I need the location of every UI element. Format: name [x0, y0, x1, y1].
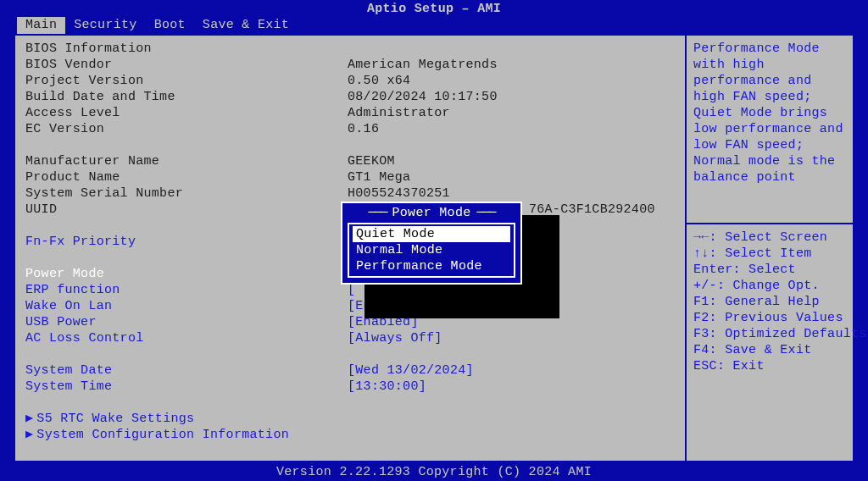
row-label: Project Version	[25, 73, 348, 89]
row-s5-rtc-wake-settings[interactable]: ▶S5 RTC Wake Settings	[25, 411, 675, 427]
power-mode-popup: Power Mode Quiet ModeNormal ModePerforma…	[341, 202, 522, 285]
row-label: System Date	[25, 362, 348, 379]
popup-title: Power Mode	[348, 205, 515, 221]
row-value: 0.16	[348, 121, 379, 137]
row-label: ERP function	[25, 282, 348, 298]
popup-options: Quiet ModeNormal ModePerformance Mode	[348, 223, 515, 278]
tab-security[interactable]: Security	[65, 17, 145, 34]
row-label: Access Level	[25, 105, 348, 121]
row-label: Manufacturer Name	[25, 153, 348, 169]
row-label: Wake On Lan	[25, 298, 348, 314]
row-label: System Configuration Information	[36, 427, 359, 443]
row-label: Product Name	[25, 169, 348, 185]
row-label: System Serial Number	[25, 185, 348, 202]
row-label: S5 RTC Wake Settings	[36, 411, 359, 427]
help-key-line: Enter: Select	[693, 262, 846, 278]
row-value: American Megatrends	[348, 57, 498, 73]
row-system-time[interactable]: System Time[13:30:00]	[25, 379, 675, 395]
tab-save-exit[interactable]: Save & Exit	[194, 17, 298, 34]
row-ec-version: EC Version0.16	[25, 121, 675, 137]
row-system-date[interactable]: System Date[Wed 13/02/2024]	[25, 362, 675, 379]
tab-boot[interactable]: Boot	[146, 17, 194, 34]
row-label: USB Power	[25, 314, 348, 330]
row-label: BIOS Vendor	[25, 57, 348, 73]
row-access-level: Access LevelAdministrator	[25, 105, 675, 121]
row-system-configuration-information[interactable]: ▶System Configuration Information	[25, 427, 675, 443]
help-key-line: F3: Optimized Defaults	[693, 326, 846, 342]
row-value: [Always Off]	[348, 330, 442, 346]
footer-version: Version 2.22.1293 Copyright (C) 2024 AMI	[0, 464, 868, 481]
row-value: H005524370251	[348, 185, 450, 202]
row-label: Build Date and Time	[25, 89, 348, 105]
popup-option-normal-mode[interactable]: Normal Mode	[353, 242, 510, 258]
row-label: UUID	[25, 202, 348, 218]
row-value: GT1 Mega	[348, 169, 410, 185]
row-value: [Wed 13/02/2024]	[348, 362, 474, 379]
help-key-line: →←: Select Screen	[693, 229, 846, 246]
help-divider	[687, 223, 853, 224]
row-label: BIOS Information	[25, 41, 348, 57]
row-label: EC Version	[25, 121, 348, 137]
popup-option-quiet-mode[interactable]: Quiet Mode	[353, 226, 510, 242]
row-usb-power[interactable]: USB Power[Enabled]	[25, 314, 675, 330]
row-build-date-and-time: Build Date and Time08/20/2024 10:17:50	[25, 89, 675, 105]
submenu-caret-icon: ▶	[25, 411, 33, 427]
row-system-serial-number: System Serial NumberH005524370251	[25, 185, 675, 202]
tab-strip: MainSecurityBootSave & Exit	[0, 17, 868, 34]
submenu-caret-icon: ▶	[25, 427, 33, 443]
help-key-line: ESC: Exit	[693, 358, 846, 374]
row-bios-information: BIOS Information	[25, 41, 675, 57]
row-label: Power Mode	[25, 266, 348, 282]
row-wake-on-lan[interactable]: Wake On Lan[Enabled]	[25, 298, 675, 314]
help-key-line: F1: General Help	[693, 294, 846, 310]
setup-title: Aptio Setup – AMI	[0, 0, 868, 17]
row-label: Fn-Fx Priority	[25, 234, 348, 250]
row-value: Administrator	[348, 105, 450, 121]
bios-screen: Aptio Setup – AMI MainSecurityBootSave &…	[0, 0, 868, 481]
row-value: 08/20/2024 10:17:50	[348, 89, 498, 105]
row-bios-vendor: BIOS VendorAmerican Megatrends	[25, 57, 675, 73]
row-ac-loss-control[interactable]: AC Loss Control[Always Off]	[25, 330, 675, 346]
row-manufacturer-name: Manufacturer NameGEEKOM	[25, 153, 675, 169]
help-panel: Performance Mode with high performance a…	[687, 36, 853, 461]
tab-main[interactable]: Main	[17, 17, 65, 34]
help-key-line: F2: Previous Values	[693, 310, 846, 326]
help-key-line: F4: Save & Exit	[693, 342, 846, 358]
popup-option-performance-mode[interactable]: Performance Mode	[353, 258, 510, 274]
help-key-line: +/-: Change Opt.	[693, 278, 846, 294]
row-product-name: Product NameGT1 Mega	[25, 169, 675, 185]
row-value: [13:30:00]	[348, 379, 426, 395]
help-keys: →←: Select Screen↑↓: Select ItemEnter: S…	[693, 229, 846, 374]
help-text: Performance Mode with high performance a…	[693, 41, 846, 185]
row-value: 0.50 x64	[348, 73, 410, 89]
row-label: AC Loss Control	[25, 330, 348, 346]
row-project-version: Project Version0.50 x64	[25, 73, 675, 89]
row-label: System Time	[25, 379, 348, 395]
row-value: GEEKOM	[348, 153, 395, 169]
help-key-line: ↑↓: Select Item	[693, 246, 846, 262]
